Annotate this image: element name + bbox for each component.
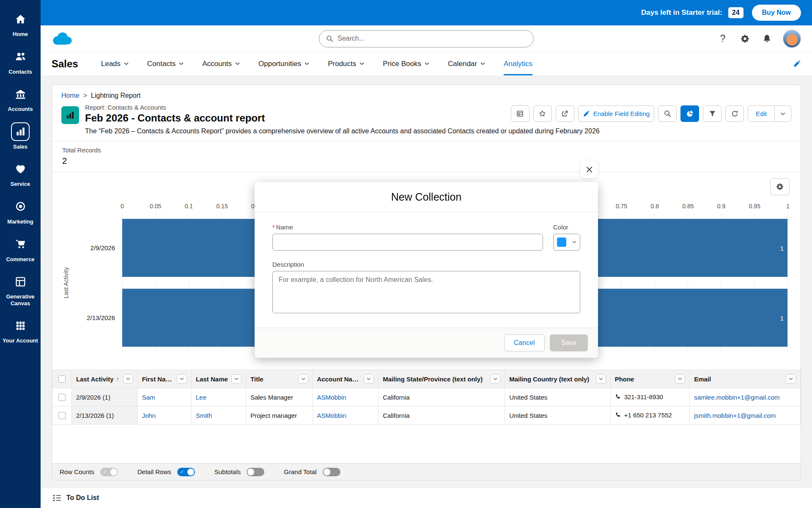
sidebar-item-commerce[interactable]: Commerce bbox=[0, 230, 41, 268]
column-filter-button[interactable] bbox=[298, 374, 308, 384]
notifications-button[interactable] bbox=[761, 33, 773, 44]
buy-now-button[interactable]: Buy Now bbox=[752, 5, 801, 21]
tab-accounts[interactable]: Accounts bbox=[202, 52, 240, 75]
collection-name-input[interactable] bbox=[272, 234, 543, 251]
cell: United States bbox=[505, 406, 610, 425]
refresh-button[interactable] bbox=[725, 105, 744, 122]
tab-products[interactable]: Products bbox=[328, 52, 364, 75]
user-avatar[interactable] bbox=[783, 30, 801, 48]
commerce-icon bbox=[11, 235, 30, 254]
sidebar-item-generative-canvas[interactable]: Generative Canvas bbox=[0, 268, 41, 312]
record-link[interactable]: Smith bbox=[196, 412, 212, 419]
search-input[interactable] bbox=[337, 35, 527, 42]
column-header-account-name[interactable]: Account Name bbox=[313, 370, 379, 388]
column-header-email[interactable]: Email bbox=[690, 370, 801, 388]
detail-rows-toggle[interactable]: ✓ bbox=[177, 468, 195, 476]
sidebar-item-sales[interactable]: Sales bbox=[0, 118, 41, 155]
global-search[interactable] bbox=[319, 30, 534, 47]
close-icon[interactable] bbox=[580, 160, 598, 178]
record-link[interactable]: Lee bbox=[196, 394, 206, 401]
record-link[interactable]: jsmith.mobbin+1@gmail.com bbox=[694, 412, 776, 419]
sidebar-item-marketing[interactable]: Marketing bbox=[0, 193, 41, 230]
favorite-button[interactable] bbox=[533, 105, 552, 122]
column-header-phone[interactable]: Phone bbox=[610, 370, 690, 388]
app-sidebar: HomeContactsAccountsSalesServiceMarketin… bbox=[0, 0, 41, 508]
sidebar-item-label: Marketing bbox=[7, 218, 33, 225]
tab-contacts[interactable]: Contacts bbox=[147, 52, 184, 75]
select-all-checkbox[interactable] bbox=[58, 375, 66, 383]
subtotals-toggle[interactable]: ✓ bbox=[247, 468, 264, 476]
tab-opportunities[interactable]: Opportunities bbox=[258, 52, 309, 75]
column-filter-button[interactable] bbox=[786, 374, 796, 384]
edit-menu-chevron-button[interactable] bbox=[774, 105, 791, 122]
column-filter-button[interactable] bbox=[364, 374, 374, 384]
column-filter-button[interactable] bbox=[675, 374, 685, 384]
column-header-label: Phone bbox=[615, 375, 634, 383]
setup-button[interactable] bbox=[739, 33, 751, 44]
cell: jsmith.mobbin+1@gmail.com bbox=[690, 406, 801, 425]
cancel-button[interactable]: Cancel bbox=[504, 334, 545, 351]
sidebar-item-your-account[interactable]: Your Account bbox=[0, 312, 41, 349]
column-filter-button[interactable] bbox=[177, 374, 187, 384]
record-link[interactable]: ASMobbin bbox=[317, 394, 346, 401]
sidebar-item-service[interactable]: Service bbox=[0, 155, 41, 193]
value-axis-tick: 0.8 bbox=[650, 203, 658, 210]
record-link[interactable]: ASMobbin bbox=[317, 412, 346, 419]
total-records-label: Total Records bbox=[62, 146, 790, 154]
header-actions: ? bbox=[717, 30, 801, 48]
row-counts-toggle[interactable]: ✓ bbox=[100, 468, 118, 476]
trial-days-label: Days left in Starter trial: bbox=[641, 8, 722, 17]
enable-field-editing-button[interactable]: Enable Field Editing bbox=[578, 105, 654, 122]
value-axis-tick: 0.75 bbox=[616, 203, 627, 210]
nav-edit-pencil-button[interactable] bbox=[793, 60, 801, 68]
phone-cell: 321-311-8930 bbox=[610, 388, 690, 406]
column-filter-button[interactable] bbox=[596, 374, 606, 384]
chart-category-axis-label: Last Activity bbox=[60, 213, 72, 353]
column-filter-button[interactable] bbox=[231, 374, 241, 384]
column-filter-button[interactable] bbox=[123, 374, 133, 384]
tab-price-books[interactable]: Price Books bbox=[383, 52, 429, 75]
sidebar-item-home[interactable]: Home bbox=[0, 5, 41, 43]
column-header-title[interactable]: Title bbox=[246, 370, 313, 388]
sidebar-item-contacts[interactable]: Contacts bbox=[0, 43, 41, 80]
cell: samlee.mobbin+1@gmail.com bbox=[690, 388, 801, 406]
report-table-button[interactable] bbox=[511, 105, 529, 122]
chevron-down-icon bbox=[480, 62, 485, 65]
chart-toggle-button[interactable] bbox=[680, 105, 699, 122]
value-axis-tick: 0.05 bbox=[150, 203, 161, 210]
record-link[interactable]: samlee.mobbin+1@gmail.com bbox=[694, 394, 779, 401]
edit-button[interactable]: Edit bbox=[748, 105, 775, 122]
chart-settings-button[interactable] bbox=[770, 178, 790, 195]
record-link[interactable]: Sam bbox=[142, 394, 155, 401]
tab-calendar[interactable]: Calendar bbox=[448, 52, 485, 75]
row-checkbox[interactable] bbox=[58, 394, 66, 401]
tab-leads[interactable]: Leads bbox=[101, 52, 129, 75]
report-metrics: Total Records 2 bbox=[52, 141, 801, 172]
column-header-last-activity[interactable]: Last Activity↑ bbox=[71, 370, 137, 388]
help-button[interactable]: ? bbox=[717, 33, 729, 44]
name-field: *Name bbox=[272, 224, 543, 251]
collection-description-textarea[interactable] bbox=[272, 271, 580, 313]
column-header-mailing-country-text-only[interactable]: Mailing Country (text only) bbox=[505, 370, 610, 388]
record-link[interactable]: John bbox=[142, 412, 156, 419]
column-header-last-name[interactable]: Last Name bbox=[192, 370, 246, 388]
breadcrumb-home-link[interactable]: Home bbox=[61, 92, 80, 99]
color-field: Color bbox=[553, 224, 580, 251]
color-swatch bbox=[557, 237, 566, 247]
sidebar-item-accounts[interactable]: Accounts bbox=[0, 80, 41, 118]
tab-label: Analytics bbox=[504, 60, 532, 68]
row-checkbox[interactable] bbox=[58, 412, 66, 419]
marketing-icon bbox=[11, 197, 30, 216]
todo-bar[interactable]: To Do List bbox=[41, 487, 812, 508]
color-picker-dropdown[interactable] bbox=[553, 234, 580, 251]
service-icon bbox=[11, 160, 30, 178]
filter-button[interactable] bbox=[703, 105, 721, 122]
grand-total-toggle[interactable]: ✓ bbox=[323, 468, 340, 476]
tab-analytics[interactable]: Analytics bbox=[504, 52, 532, 75]
column-header-mailing-state-province-text-only[interactable]: Mailing State/Province (text only) bbox=[379, 370, 505, 388]
save-button[interactable]: Save bbox=[550, 334, 588, 351]
column-filter-button[interactable] bbox=[490, 374, 500, 384]
report-search-button[interactable] bbox=[658, 105, 677, 122]
column-header-first-name[interactable]: First Name bbox=[137, 370, 191, 388]
share-button[interactable] bbox=[556, 105, 574, 122]
